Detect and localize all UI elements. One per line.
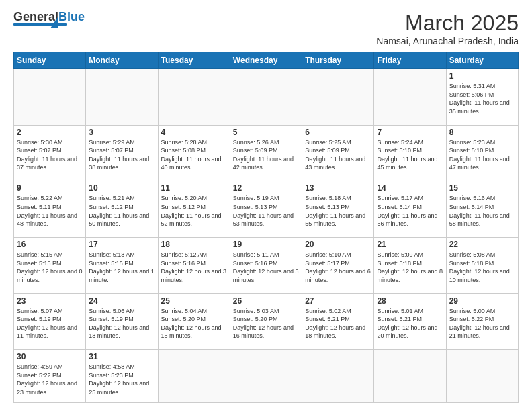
subtitle: Namsai, Arunachal Pradesh, India <box>376 36 519 46</box>
month-year: March 2025 <box>376 11 519 36</box>
day-cell: 25Sunrise: 5:04 AM Sunset: 5:20 PM Dayli… <box>158 293 230 350</box>
week-row-3: 16Sunrise: 5:15 AM Sunset: 5:15 PM Dayli… <box>14 237 519 293</box>
col-header-saturday: Saturday <box>446 52 518 69</box>
day-info: Sunrise: 5:21 AM Sunset: 5:12 PM Dayligh… <box>89 194 154 228</box>
col-header-tuesday: Tuesday <box>158 52 230 69</box>
day-number: 8 <box>449 128 515 137</box>
day-info: Sunrise: 5:00 AM Sunset: 5:22 PM Dayligh… <box>449 307 515 340</box>
day-cell <box>158 350 230 403</box>
day-cell: 13Sunrise: 5:18 AM Sunset: 5:13 PM Dayli… <box>302 181 374 238</box>
day-cell: 3Sunrise: 5:29 AM Sunset: 5:07 PM Daylig… <box>86 125 158 181</box>
day-info: Sunrise: 5:02 AM Sunset: 5:21 PM Dayligh… <box>305 307 371 340</box>
day-cell: 12Sunrise: 5:19 AM Sunset: 5:13 PM Dayli… <box>230 181 302 238</box>
day-info: Sunrise: 5:28 AM Sunset: 5:08 PM Dayligh… <box>161 138 227 172</box>
day-number: 5 <box>233 128 299 137</box>
calendar-table: SundayMondayTuesdayWednesdayThursdayFrid… <box>13 52 519 403</box>
day-cell: 26Sunrise: 5:03 AM Sunset: 5:20 PM Dayli… <box>230 293 302 350</box>
day-cell <box>14 69 86 126</box>
day-info: Sunrise: 5:09 AM Sunset: 5:18 PM Dayligh… <box>377 250 443 284</box>
day-cell: 11Sunrise: 5:20 AM Sunset: 5:12 PM Dayli… <box>158 181 230 238</box>
logo-blue: Blue <box>58 10 85 24</box>
day-cell: 17Sunrise: 5:13 AM Sunset: 5:15 PM Dayli… <box>86 237 158 293</box>
day-number: 29 <box>449 296 515 306</box>
day-info: Sunrise: 5:31 AM Sunset: 5:06 PM Dayligh… <box>449 82 515 116</box>
day-cell: 31Sunrise: 4:58 AM Sunset: 5:23 PM Dayli… <box>86 350 158 403</box>
day-cell: 16Sunrise: 5:15 AM Sunset: 5:15 PM Dayli… <box>14 237 86 293</box>
day-cell <box>158 69 230 126</box>
day-number: 11 <box>161 183 227 193</box>
day-info: Sunrise: 5:11 AM Sunset: 5:16 PM Dayligh… <box>233 250 299 284</box>
day-cell <box>302 69 374 126</box>
title-block: March 2025 Namsai, Arunachal Pradesh, In… <box>376 11 519 46</box>
day-cell: 19Sunrise: 5:11 AM Sunset: 5:16 PM Dayli… <box>230 237 302 293</box>
day-info: Sunrise: 4:58 AM Sunset: 5:23 PM Dayligh… <box>89 363 154 396</box>
day-cell: 21Sunrise: 5:09 AM Sunset: 5:18 PM Dayli… <box>374 237 446 293</box>
week-row-4: 23Sunrise: 5:07 AM Sunset: 5:19 PM Dayli… <box>14 293 519 350</box>
day-cell <box>230 69 302 126</box>
day-number: 27 <box>305 296 371 306</box>
day-number: 1 <box>449 71 515 81</box>
col-header-monday: Monday <box>86 52 158 69</box>
day-info: Sunrise: 5:18 AM Sunset: 5:13 PM Dayligh… <box>305 194 371 228</box>
day-number: 15 <box>449 183 515 193</box>
day-cell: 30Sunrise: 4:59 AM Sunset: 5:22 PM Dayli… <box>14 350 86 403</box>
day-info: Sunrise: 5:12 AM Sunset: 5:16 PM Dayligh… <box>161 250 227 284</box>
day-number: 31 <box>89 352 154 361</box>
day-cell <box>302 350 374 403</box>
day-number: 26 <box>233 296 299 306</box>
day-number: 12 <box>233 183 299 193</box>
day-number: 18 <box>161 240 227 249</box>
day-number: 30 <box>17 352 83 361</box>
day-info: Sunrise: 5:23 AM Sunset: 5:10 PM Dayligh… <box>449 138 515 172</box>
col-header-wednesday: Wednesday <box>230 52 302 69</box>
logo: GeneralBlue <box>13 11 85 28</box>
day-info: Sunrise: 5:15 AM Sunset: 5:15 PM Dayligh… <box>17 250 83 284</box>
day-number: 2 <box>17 128 83 137</box>
day-info: Sunrise: 5:08 AM Sunset: 5:18 PM Dayligh… <box>449 250 515 284</box>
day-info: Sunrise: 5:29 AM Sunset: 5:07 PM Dayligh… <box>89 138 154 172</box>
day-info: Sunrise: 5:01 AM Sunset: 5:21 PM Dayligh… <box>377 307 443 340</box>
day-cell: 4Sunrise: 5:28 AM Sunset: 5:08 PM Daylig… <box>158 125 230 181</box>
day-cell: 22Sunrise: 5:08 AM Sunset: 5:18 PM Dayli… <box>446 237 518 293</box>
day-info: Sunrise: 5:13 AM Sunset: 5:15 PM Dayligh… <box>89 250 154 284</box>
day-number: 28 <box>377 296 443 306</box>
day-cell: 8Sunrise: 5:23 AM Sunset: 5:10 PM Daylig… <box>446 125 518 181</box>
day-cell <box>446 350 518 403</box>
day-info: Sunrise: 5:06 AM Sunset: 5:19 PM Dayligh… <box>89 307 154 340</box>
header: GeneralBlue March 2025 Namsai, Arunachal… <box>13 11 519 46</box>
calendar-header-row: SundayMondayTuesdayWednesdayThursdayFrid… <box>14 52 519 69</box>
day-number: 4 <box>161 128 227 137</box>
day-cell: 6Sunrise: 5:25 AM Sunset: 5:09 PM Daylig… <box>302 125 374 181</box>
col-header-friday: Friday <box>374 52 446 69</box>
day-info: Sunrise: 5:30 AM Sunset: 5:07 PM Dayligh… <box>17 138 83 172</box>
page: GeneralBlue March 2025 Namsai, Arunachal… <box>0 0 532 411</box>
day-number: 22 <box>449 240 515 249</box>
day-cell: 28Sunrise: 5:01 AM Sunset: 5:21 PM Dayli… <box>374 293 446 350</box>
day-info: Sunrise: 5:19 AM Sunset: 5:13 PM Dayligh… <box>233 194 299 228</box>
day-cell: 7Sunrise: 5:24 AM Sunset: 5:10 PM Daylig… <box>374 125 446 181</box>
day-info: Sunrise: 5:07 AM Sunset: 5:19 PM Dayligh… <box>17 307 83 340</box>
week-row-5: 30Sunrise: 4:59 AM Sunset: 5:22 PM Dayli… <box>14 350 519 403</box>
day-cell <box>374 69 446 126</box>
day-cell: 9Sunrise: 5:22 AM Sunset: 5:11 PM Daylig… <box>14 181 86 238</box>
day-number: 9 <box>17 183 83 193</box>
day-cell: 14Sunrise: 5:17 AM Sunset: 5:14 PM Dayli… <box>374 181 446 238</box>
day-number: 10 <box>89 183 154 193</box>
day-cell: 18Sunrise: 5:12 AM Sunset: 5:16 PM Dayli… <box>158 237 230 293</box>
day-number: 16 <box>17 240 83 249</box>
logo-text: GeneralBlue <box>13 11 85 23</box>
day-number: 20 <box>305 240 371 249</box>
day-info: Sunrise: 5:04 AM Sunset: 5:20 PM Dayligh… <box>161 307 227 340</box>
day-number: 7 <box>377 128 443 137</box>
week-row-2: 9Sunrise: 5:22 AM Sunset: 5:11 PM Daylig… <box>14 181 519 238</box>
day-cell: 2Sunrise: 5:30 AM Sunset: 5:07 PM Daylig… <box>14 125 86 181</box>
day-number: 17 <box>89 240 154 249</box>
day-info: Sunrise: 5:24 AM Sunset: 5:10 PM Dayligh… <box>377 138 443 172</box>
day-number: 23 <box>17 296 83 306</box>
day-info: Sunrise: 5:25 AM Sunset: 5:09 PM Dayligh… <box>305 138 371 172</box>
day-info: Sunrise: 5:16 AM Sunset: 5:14 PM Dayligh… <box>449 194 515 228</box>
day-cell <box>230 350 302 403</box>
day-number: 14 <box>377 183 443 193</box>
col-header-thursday: Thursday <box>302 52 374 69</box>
day-info: Sunrise: 5:10 AM Sunset: 5:17 PM Dayligh… <box>305 250 371 284</box>
